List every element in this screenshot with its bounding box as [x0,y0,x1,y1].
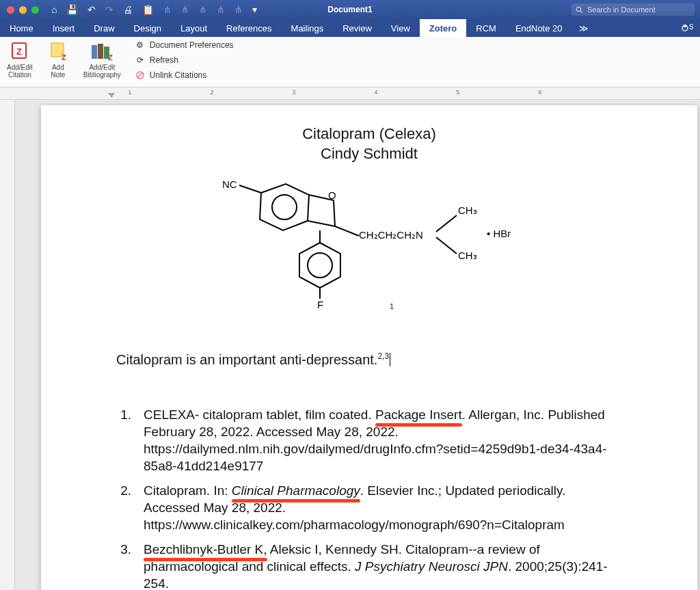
paste-icon[interactable]: 📋 [142,4,154,15]
svg-text:• HBr: • HBr [487,228,511,239]
tab-overflow[interactable]: ≫ [572,19,595,37]
svg-text:F: F [317,299,323,310]
reference-number: 1. [116,407,131,474]
toolbox-icon-5[interactable]: ⋔ [234,4,243,15]
title-bar: ⌂ 💾 ↶ ↷ 🖨 📋 ⋔ ⋔ ⋔ ⋔ ⋔ ▾ Document1 [0,0,700,19]
share-icon: S [681,23,693,33]
document-preferences-label: Document Preferences [150,40,234,50]
svg-rect-11 [98,44,103,59]
svg-text:S: S [689,23,693,31]
unlink-icon [135,70,146,81]
reference-item: 3. Bezchlibnyk-Butler K, Aleksic I, Kenn… [116,541,622,590]
save-icon[interactable]: 💾 [66,4,78,15]
redo-icon[interactable]: ↷ [105,4,113,15]
svg-line-15 [137,72,143,78]
ruler-mark: 6 [538,89,541,96]
svg-text:O: O [328,189,336,201]
customize-toolbar-icon[interactable]: ▾ [252,4,257,15]
tab-draw[interactable]: Draw [84,19,124,37]
tab-review[interactable]: Review [333,19,381,37]
tab-view[interactable]: View [381,19,420,37]
unlink-citations-button[interactable]: Unlink Citations [133,68,235,82]
minimize-window[interactable] [19,6,27,14]
share-button[interactable]: S [674,19,700,37]
refresh-label: Refresh [150,55,178,65]
svg-line-22 [334,200,335,226]
ruler-mark: 5 [456,89,459,96]
workspace: Citalopram (Celexa) Cindy Schmidt NC O [0,100,700,590]
add-edit-bibliography-button[interactable]: Z Add/Edit Bibliography [77,37,128,87]
print-icon[interactable]: 🖨 [123,4,133,15]
reference-item: 1. CELEXA- citalopram tablet, film coate… [116,407,622,474]
note-icon: Z [48,41,68,62]
svg-line-30 [335,226,359,236]
highlighted-text: Package Insert [375,407,462,424]
svg-line-32 [436,215,457,232]
tab-rcm[interactable]: RCM [466,19,506,37]
ribbon-tabs: Home Insert Draw Design Layout Reference… [0,19,700,37]
svg-text:Z: Z [108,53,113,62]
search-icon [576,6,583,14]
search-input[interactable] [586,5,690,14]
tab-zotero[interactable]: Zotero [420,19,466,37]
refresh-button[interactable]: ⟳ Refresh [133,53,235,67]
svg-point-27 [308,253,332,278]
indent-marker-icon[interactable] [108,93,115,98]
tab-layout[interactable]: Layout [171,19,217,37]
toolbox-icon-4[interactable]: ⋔ [217,4,225,15]
page[interactable]: Citalopram (Celexa) Cindy Schmidt NC O [41,105,697,590]
svg-marker-26 [299,243,340,288]
footnote-marker: 1 [390,301,700,311]
svg-text:Z: Z [62,53,66,62]
citation-superscript: 2,3 [377,352,389,362]
window-controls [0,6,39,14]
document-preferences-button[interactable]: ⚙ Document Preferences [133,38,235,52]
refresh-icon: ⟳ [135,55,146,66]
tab-design[interactable]: Design [124,19,171,37]
gear-icon: ⚙ [135,40,146,51]
svg-text:Z: Z [16,46,22,57]
ruler-mark: 4 [374,89,377,96]
svg-line-18 [239,185,261,193]
document-canvas[interactable]: Citalopram (Celexa) Cindy Schmidt NC O [15,100,700,590]
reference-number: 2. [116,483,131,533]
add-note-button[interactable]: Z Add Note [40,37,77,87]
undo-icon[interactable]: ↶ [88,4,96,15]
unlink-citations-label: Unlink Citations [150,70,206,80]
svg-point-0 [576,7,580,11]
toolbox-icon-1[interactable]: ⋔ [163,4,172,15]
zoom-window[interactable] [31,6,39,14]
tab-insert[interactable]: Insert [43,19,85,37]
svg-line-34 [436,237,457,254]
ruler-mark: 1 [128,89,131,96]
svg-text:CH₂CH₂CH₂N: CH₂CH₂CH₂N [359,229,423,241]
tab-home[interactable]: Home [0,19,43,37]
vertical-ruler[interactable] [0,100,15,590]
close-window[interactable] [7,6,14,14]
svg-marker-16 [108,93,115,98]
toolbox-icon-2[interactable]: ⋔ [181,4,189,15]
citation-icon: Z [10,41,30,62]
text-cursor [390,353,390,366]
document-title: Document1 [327,5,372,14]
doc-author: Cindy Schmidt [116,144,622,164]
reference-item: 2. Citalopram. In: Clinical Pharmacology… [116,483,622,533]
home-icon[interactable]: ⌂ [51,4,57,15]
toolbox-icon-3[interactable]: ⋔ [199,4,207,15]
horizontal-ruler[interactable]: 1 2 3 4 5 6 [0,88,700,100]
add-edit-citation-button[interactable]: Z Add/Edit Citation [0,37,40,87]
svg-marker-19 [260,184,309,230]
svg-point-3 [684,25,686,27]
body-text: Citalopram is an important anti-depressa… [116,352,377,367]
tab-endnote[interactable]: EndNote 20 [506,19,572,37]
tab-references[interactable]: References [217,19,281,37]
svg-text:CH₃: CH₃ [458,204,477,216]
ruler-mark: 2 [210,89,213,96]
tab-mailings[interactable]: Mailings [282,19,334,37]
bibliography-icon: Z [90,41,113,62]
chemical-structure-image: NC O F [219,167,520,311]
search-box[interactable] [571,3,695,16]
body-paragraph: Citalopram is an important anti-depressa… [116,351,622,368]
reference-text: Citalopram. In: Clinical Pharmacology. E… [144,483,622,533]
svg-point-20 [272,195,297,219]
